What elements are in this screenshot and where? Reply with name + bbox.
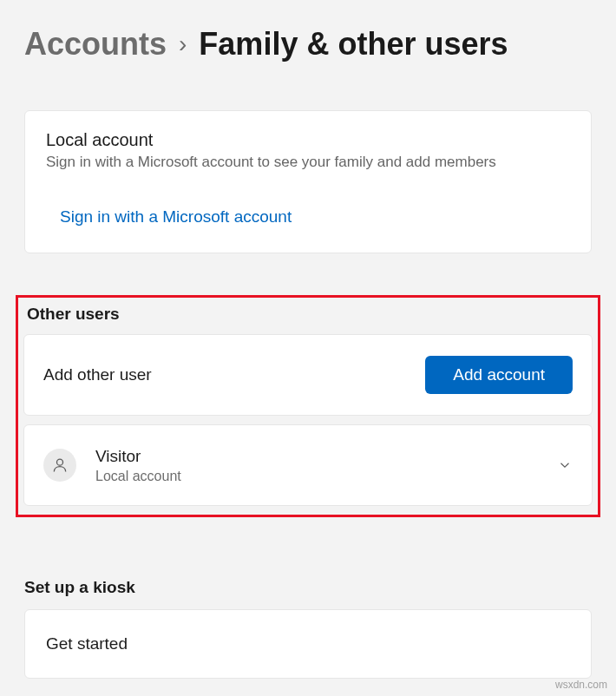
user-info: Visitor Local account — [95, 446, 557, 484]
user-type: Local account — [95, 469, 557, 484]
other-users-highlight: Other users Add other user Add account V… — [16, 295, 600, 517]
add-other-user-card: Add other user Add account — [23, 334, 593, 416]
user-name: Visitor — [95, 446, 557, 467]
kiosk-heading: Set up a kiosk — [24, 578, 592, 597]
watermark: wsxdn.com — [555, 679, 607, 691]
other-users-heading: Other users — [23, 298, 593, 334]
page-title: Family & other users — [199, 26, 508, 62]
breadcrumb-parent[interactable]: Accounts — [24, 26, 167, 62]
sign-in-link[interactable]: Sign in with a Microsoft account — [60, 207, 292, 227]
user-row-visitor[interactable]: Visitor Local account — [23, 424, 593, 506]
kiosk-section: Set up a kiosk Get started — [0, 578, 616, 679]
kiosk-action-label: Get started — [46, 634, 128, 653]
add-other-user-label: Add other user — [43, 365, 152, 384]
breadcrumb: Accounts › Family & other users — [0, 0, 616, 62]
svg-point-0 — [57, 459, 63, 465]
avatar — [43, 449, 76, 482]
chevron-right-icon: › — [179, 30, 187, 58]
local-account-title: Local account — [46, 130, 570, 150]
local-account-card: Local account Sign in with a Microsoft a… — [24, 110, 592, 253]
kiosk-get-started-card[interactable]: Get started — [24, 609, 592, 679]
chevron-down-icon[interactable] — [557, 457, 573, 473]
local-account-description: Sign in with a Microsoft account to see … — [46, 152, 570, 173]
add-account-button[interactable]: Add account — [425, 356, 573, 394]
person-icon — [51, 456, 69, 474]
